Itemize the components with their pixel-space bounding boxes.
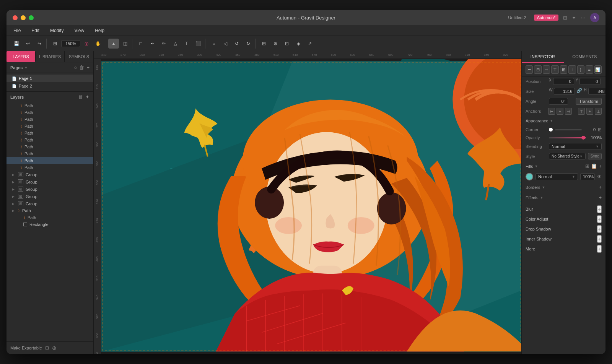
position-y-input[interactable] xyxy=(579,78,601,85)
tab-symbols[interactable]: SYMBOLS xyxy=(65,51,93,62)
layer-path-7[interactable]: ⌇ Path xyxy=(7,143,93,150)
anchor-right-button[interactable]: ⊣ xyxy=(565,108,572,115)
blending-select[interactable]: Normal ▼ xyxy=(549,143,602,150)
sync-button[interactable]: Sync xyxy=(588,153,602,159)
width-input[interactable] xyxy=(554,88,575,95)
layer-path-sub[interactable]: ⌇ Path xyxy=(7,214,93,221)
align-center-v-button[interactable]: ⊞ xyxy=(560,65,567,74)
fill-color-swatch[interactable] xyxy=(526,173,533,180)
angle-input[interactable] xyxy=(549,98,568,105)
plugin-icon[interactable]: ✦ xyxy=(572,15,576,21)
align-right-edge-button[interactable]: ⊣ xyxy=(543,65,550,74)
boolean-union-button[interactable]: ⊕ xyxy=(270,39,281,49)
transform-button[interactable]: Transform xyxy=(576,98,602,105)
effects-add-button[interactable]: + xyxy=(599,195,602,200)
mask-button[interactable]: ◈ xyxy=(293,39,304,49)
maximize-button[interactable] xyxy=(29,15,34,20)
distribute-v-button[interactable]: ≡ xyxy=(586,65,593,74)
flip-h-button[interactable]: ⬦ xyxy=(208,39,219,49)
hand-button[interactable]: ✋ xyxy=(93,39,103,49)
select-button[interactable]: ▲ xyxy=(108,39,119,49)
redo-button[interactable]: ↪ xyxy=(34,39,45,49)
page-visible-button[interactable]: ○ xyxy=(74,65,77,70)
fills-add-button[interactable]: + xyxy=(599,163,602,169)
layer-rect[interactable]: Rectangle xyxy=(7,221,93,228)
canvas-area[interactable]: 240 270 300 330 360 390 420 450 480 510 … xyxy=(94,51,521,354)
page-item-2[interactable]: 📄 Page 2 xyxy=(7,82,93,90)
layer-delete-button[interactable]: 🗑 xyxy=(78,94,83,100)
text-button[interactable]: T xyxy=(181,39,192,49)
menu-help[interactable]: Help xyxy=(93,27,107,34)
corner-slider[interactable] xyxy=(555,129,582,130)
borders-chevron-icon[interactable]: ▼ xyxy=(542,185,545,189)
layer-path-4[interactable]: ⌇ Path xyxy=(7,123,93,130)
borders-add-button[interactable]: + xyxy=(599,184,602,190)
layer-path-3[interactable]: ⌇ Path xyxy=(7,116,93,123)
select-deep-button[interactable]: ◫ xyxy=(120,39,130,49)
tab-comments[interactable]: COMMENTS xyxy=(564,51,606,63)
layer-path-5[interactable]: ⌇ Path xyxy=(7,130,93,136)
layer-add-button[interactable]: ✦ xyxy=(85,94,90,100)
layer-path-8[interactable]: ⌇ Path xyxy=(7,150,93,157)
close-button[interactable] xyxy=(13,15,18,20)
fills-copy-button[interactable]: ⊞ xyxy=(585,163,589,169)
export-add-icon[interactable]: ⊕ xyxy=(52,345,57,351)
anchor-center-button[interactable]: + xyxy=(557,108,563,115)
tab-libraries[interactable]: LIBRARIES xyxy=(36,51,65,62)
menu-modify[interactable]: Modify xyxy=(48,27,66,34)
opacity-slider[interactable] xyxy=(549,137,586,138)
menu-edit[interactable]: Edit xyxy=(29,27,42,34)
undo-button[interactable]: ↩ xyxy=(23,39,33,49)
pencil-button[interactable]: ✏ xyxy=(158,39,169,49)
group-button[interactable]: ⊞ xyxy=(259,39,269,49)
drop-shadow-add-button[interactable]: + xyxy=(597,225,602,233)
fills-chevron-icon[interactable]: ▼ xyxy=(535,164,538,168)
align-center-h-button[interactable]: ⊟ xyxy=(534,65,541,74)
layer-group-2[interactable]: ▶ ⊞ Group xyxy=(7,178,93,185)
anchor-left-button[interactable]: ⊢ xyxy=(548,108,555,115)
page-add-button[interactable]: + xyxy=(86,65,90,70)
color-adjust-add-button[interactable]: + xyxy=(597,215,602,223)
blur-add-button[interactable]: + xyxy=(597,205,602,213)
image-button[interactable]: ⬛ xyxy=(193,39,203,49)
zoom-level[interactable]: 150% xyxy=(61,40,80,47)
pages-chevron-icon[interactable]: ▼ xyxy=(24,66,28,70)
layer-group-1[interactable]: ▶ ⊞ Group xyxy=(7,171,93,178)
zoom-circle-button[interactable]: ◎ xyxy=(81,39,92,49)
page-delete-button[interactable]: 🗑 xyxy=(79,65,84,70)
tab-autumun[interactable]: Autumun* xyxy=(534,15,558,21)
layer-path-1[interactable]: ⌇ Path xyxy=(7,102,93,109)
nav-icon[interactable]: ⊞ xyxy=(563,15,567,21)
layer-path-9[interactable]: ⌇ Path xyxy=(7,157,93,164)
rotate-cw-button[interactable]: ↻ xyxy=(243,39,254,49)
layer-path-group[interactable]: ▶ ⌇ Path xyxy=(7,207,93,214)
save-button[interactable]: 💾 xyxy=(11,39,22,49)
fills-paste-button[interactable]: 📋 xyxy=(591,163,597,169)
layer-group-5[interactable]: ▶ ⊞ Group xyxy=(7,200,93,207)
inner-shadow-add-button[interactable]: + xyxy=(597,235,602,243)
tab-untitled[interactable]: Untitled-2 xyxy=(505,15,529,21)
minimize-button[interactable] xyxy=(21,15,26,20)
rotate-ccw-button[interactable]: ↺ xyxy=(231,39,242,49)
effects-chevron-icon[interactable]: ▼ xyxy=(540,196,543,200)
layer-path-2[interactable]: ⌇ Path xyxy=(7,109,93,116)
pen-button[interactable]: ✒ xyxy=(147,39,158,49)
menu-file[interactable]: File xyxy=(11,27,23,34)
distribute-h-button[interactable]: ⫿ xyxy=(577,65,584,74)
pathfinder-button[interactable]: ⊡ xyxy=(282,39,292,49)
fill-mode-select[interactable]: Normal ▼ xyxy=(536,173,578,180)
style-select[interactable]: No Shared Style ▼ xyxy=(549,153,586,159)
tab-inspector[interactable]: INSPECTOR xyxy=(522,51,564,63)
page-item-1[interactable]: 📄 Page 1 xyxy=(7,75,93,82)
more-icon[interactable]: ⋯ xyxy=(581,15,586,21)
align-top-edge-button[interactable]: ⊤ xyxy=(551,65,558,74)
appearance-chevron-icon[interactable]: ▼ xyxy=(550,119,553,123)
position-x-input[interactable] xyxy=(553,78,574,85)
menu-view[interactable]: View xyxy=(72,27,86,34)
corner-settings-icon[interactable]: ⊞ xyxy=(598,127,602,132)
export-frame-icon[interactable]: ⊡ xyxy=(45,345,49,351)
shapes-button[interactable]: □ xyxy=(135,39,146,49)
chart-button[interactable]: 📊 xyxy=(594,65,602,74)
flip-v-button[interactable]: ◁ xyxy=(220,39,231,49)
align-bottom-edge-button[interactable]: ⊥ xyxy=(568,65,576,74)
